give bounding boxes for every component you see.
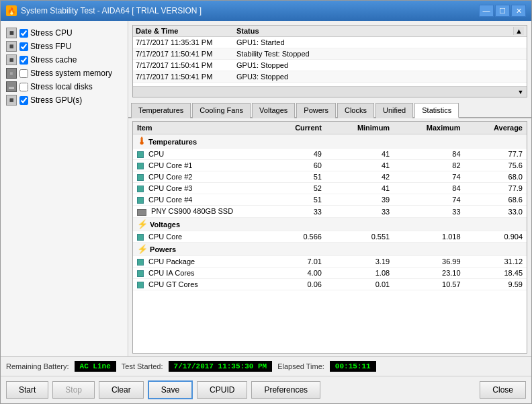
window-title: System Stability Test - AIDA64 [ TRIAL V… <box>21 6 202 15</box>
stress-fpu-checkbox[interactable] <box>19 42 28 51</box>
tab-unified[interactable]: Unified <box>375 103 413 118</box>
window-close-button[interactable]: ✕ <box>511 5 526 17</box>
stress-cache-text: Stress cache <box>30 55 77 65</box>
log-rows: 7/17/2017 11:35:31 PM GPU1: Started 7/17… <box>133 37 527 86</box>
table-row: CPU 49 41 84 77.7 <box>133 149 527 160</box>
preferences-button[interactable]: Preferences <box>251 381 320 399</box>
log-time-2: 7/17/2017 11:50:41 PM <box>136 61 236 69</box>
table-row: PNY CS900 480GB SSD 33 33 33 33.0 <box>133 206 527 217</box>
log-row-2: 7/17/2017 11:50:41 PM GPU1: Stopped <box>133 60 527 71</box>
log-scrollbar-top[interactable]: ▲ <box>513 27 524 35</box>
stop-button[interactable]: Stop <box>52 381 95 399</box>
data-table: Item Current Minimum Maximum Average 🌡 <box>133 122 527 290</box>
stress-disk-checkbox[interactable] <box>19 83 28 91</box>
cpu-core4-icon <box>137 197 144 204</box>
right-panel: Date & Time Status ▲ 7/17/2017 11:35:31 … <box>128 21 531 356</box>
table-body: 🌡 Temperatures CPU 49 41 84 <box>133 134 527 290</box>
stress-cpu-text: Stress CPU <box>30 28 73 38</box>
clear-button[interactable]: Clear <box>99 381 144 399</box>
disk-icon: ▬ <box>6 81 17 92</box>
stress-memory-text: Stress system memory <box>30 69 112 78</box>
log-container: Date & Time Status ▲ 7/17/2017 11:35:31 … <box>132 25 527 97</box>
test-label: Test Started: <box>122 362 163 370</box>
tab-powers[interactable]: Powers <box>296 103 336 118</box>
maximize-button[interactable]: ☐ <box>495 5 510 17</box>
stress-cache-checkbox[interactable] <box>19 56 28 65</box>
test-value: 7/17/2017 11:35:30 PM <box>169 361 273 372</box>
close-button[interactable]: Close <box>480 381 526 399</box>
minimize-button[interactable]: — <box>479 5 494 17</box>
title-controls: — ☐ ✕ <box>479 5 526 17</box>
stress-cache-label[interactable]: Stress cache <box>19 55 77 65</box>
fpu-icon: ▦ <box>6 41 17 52</box>
button-bar: Start Stop Clear Save CPUID Preferences … <box>1 376 531 403</box>
cpu-core2-icon <box>137 174 144 181</box>
section-powers: ⚡ Powers <box>133 242 527 255</box>
table-row: CPU Core #4 51 39 74 68.6 <box>133 194 527 206</box>
table-row: CPU IA Cores 4.00 1.08 23.10 18.45 <box>133 267 527 278</box>
table-row: CPU GT Cores 0.06 0.01 10.57 9.59 <box>133 278 527 290</box>
log-row-1: 7/17/2017 11:50:41 PM Stability Test: St… <box>133 48 527 60</box>
col-minimum: Minimum <box>326 122 394 134</box>
table-row: CPU Core 0.566 0.551 1.018 0.904 <box>133 231 527 242</box>
stress-cpu-label[interactable]: Stress CPU <box>19 28 73 38</box>
stress-memory-item: ≡ Stress system memory <box>6 67 122 80</box>
memory-icon: ≡ <box>6 68 17 79</box>
cpu-gt-icon <box>137 282 144 288</box>
gpu-icon: ▦ <box>6 95 17 106</box>
log-status-3: GPU3: Stopped <box>236 73 524 81</box>
log-time-3: 7/17/2017 11:50:41 PM <box>136 73 236 81</box>
stress-gpu-item: ▦ Stress GPU(s) <box>6 93 122 107</box>
status-bar: Remaining Battery: AC Line Test Started:… <box>1 356 531 376</box>
tab-statistics[interactable]: Statistics <box>414 103 459 118</box>
start-button[interactable]: Start <box>6 381 48 399</box>
log-status-2: GPU1: Stopped <box>236 61 524 69</box>
battery-label: Remaining Battery: <box>6 362 69 370</box>
tab-voltages[interactable]: Voltages <box>252 103 295 118</box>
stress-gpu-checkbox[interactable] <box>19 96 28 105</box>
cache-icon: ▦ <box>6 54 17 65</box>
battery-value: AC Line <box>75 361 116 372</box>
log-scrollbar-bottom-area: ▼ <box>133 86 527 97</box>
table-header-row: Item Current Minimum Maximum Average <box>133 122 527 134</box>
elapsed-label: Elapsed Time: <box>277 362 324 370</box>
stress-fpu-label[interactable]: Stress FPU <box>19 42 71 51</box>
title-bar: 🔥 System Stability Test - AIDA64 [ TRIAL… <box>1 1 531 21</box>
stress-memory-checkbox[interactable] <box>19 69 28 78</box>
section-powers-label: Powers <box>150 245 176 253</box>
log-status-header: Status <box>236 27 513 35</box>
tab-clocks[interactable]: Clocks <box>337 103 374 118</box>
stress-gpu-text: Stress GPU(s) <box>30 95 82 105</box>
cpu-core3-icon <box>137 186 144 192</box>
title-bar-left: 🔥 System Stability Test - AIDA64 [ TRIAL… <box>6 5 202 16</box>
log-time-0: 7/17/2017 11:35:31 PM <box>136 38 236 46</box>
col-current: Current <box>267 122 326 134</box>
save-button[interactable]: Save <box>148 380 193 399</box>
tab-temperatures[interactable]: Temperatures <box>131 103 191 118</box>
table-row: CPU Core #1 60 41 82 75.6 <box>133 160 527 171</box>
left-panel: ▦ Stress CPU ▦ Stress FPU ▦ Stress cache <box>1 21 128 356</box>
col-maximum: Maximum <box>394 122 464 134</box>
cpu-core1-icon <box>137 163 144 169</box>
stress-fpu-item: ▦ Stress FPU <box>6 40 122 53</box>
col-average: Average <box>465 122 527 134</box>
log-scrollbar-down[interactable]: ▼ <box>515 87 526 97</box>
cpuid-button[interactable]: CPUID <box>197 381 247 399</box>
table-row: CPU Core #2 51 42 74 68.0 <box>133 171 527 183</box>
stress-cpu-checkbox[interactable] <box>19 29 28 38</box>
stress-gpu-label[interactable]: Stress GPU(s) <box>19 95 82 105</box>
tabs-bar: Temperatures Cooling Fans Voltages Power… <box>128 102 531 118</box>
section-temperatures-label: Temperatures <box>148 138 197 146</box>
app-icon: 🔥 <box>6 5 17 16</box>
drive-icon <box>137 209 146 216</box>
tab-cooling-fans[interactable]: Cooling Fans <box>192 103 251 118</box>
log-time-1: 7/17/2017 11:50:41 PM <box>136 50 236 58</box>
table-row: CPU Core #3 52 41 84 77.9 <box>133 183 527 194</box>
stress-disk-item: ▬ Stress local disks <box>6 80 122 93</box>
cpu-icon: ▦ <box>6 28 17 38</box>
stress-memory-label[interactable]: Stress system memory <box>19 69 112 78</box>
stress-disk-label[interactable]: Stress local disks <box>19 82 93 91</box>
thermometer-icon: 🌡 <box>137 136 146 147</box>
elapsed-value: 00:15:11 <box>330 361 376 372</box>
cpu-green-icon <box>137 151 144 158</box>
